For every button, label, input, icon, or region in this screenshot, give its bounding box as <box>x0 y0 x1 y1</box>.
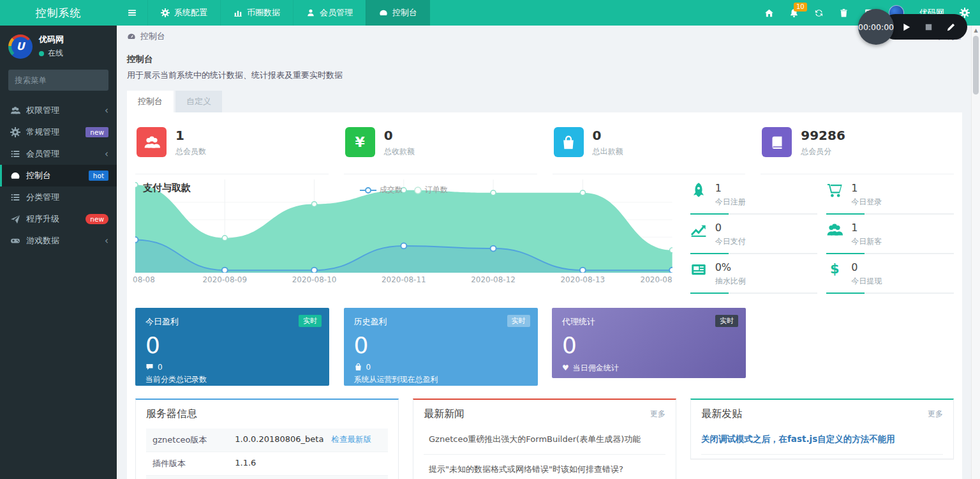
chart-point-area <box>312 202 317 207</box>
dollar-icon: $ <box>826 261 843 277</box>
notifications-button[interactable]: 10 <box>789 8 799 18</box>
page-description: 用于展示当前系统中的统计数据、统计报表及重要实时数据 <box>127 70 962 81</box>
more-link[interactable]: 更多 <box>928 409 943 420</box>
scrollbar-up-arrow[interactable]: ▲ <box>972 26 980 33</box>
sidebar-item-categories[interactable]: 分类管理 <box>0 186 117 208</box>
stat-label: 总出款额 <box>593 146 623 157</box>
scrollbar-thumb[interactable] <box>973 36 979 95</box>
legend-item-deals[interactable]: 成交数 <box>360 185 403 195</box>
sidebar-item-members[interactable]: 会员管理‹ <box>0 143 117 165</box>
x-tick-label: 2020-08-10 <box>292 275 337 284</box>
paper-plane-icon <box>10 214 20 224</box>
clear-cache-button[interactable] <box>839 8 849 18</box>
list-icon <box>10 149 20 159</box>
trash-icon <box>839 8 849 18</box>
topnav-item-coin-data[interactable]: 币圈数据 <box>220 0 293 26</box>
quick-stat-new-customers: 1今日新客 <box>826 222 954 254</box>
more-link[interactable]: 更多 <box>650 409 665 420</box>
quick-stat-value: 0% <box>715 261 746 273</box>
menu-label: 分类管理 <box>26 192 59 203</box>
chart-title: 支付与取款 <box>143 182 191 194</box>
sidebar-toggle-button[interactable] <box>117 0 147 26</box>
chart-point-area <box>135 183 138 188</box>
site-logo[interactable]: U <box>8 34 33 59</box>
quick-stat-label: 今日登录 <box>851 197 882 208</box>
chart-point-area <box>580 190 585 195</box>
recorder-timer: 00:00:00 <box>858 9 894 45</box>
panel-value: 0 <box>145 333 319 358</box>
panel-title: 历史盈利 <box>354 316 528 328</box>
record-play-button[interactable] <box>902 22 911 32</box>
rocket-icon <box>690 182 707 199</box>
x-tick-label: 2020-08 <box>641 275 672 284</box>
users-icon <box>137 127 167 157</box>
page-header: 控制台 用于展示当前系统中的统计数据、统计报表及重要实时数据 <box>127 54 962 81</box>
chevron-left-icon: ‹ <box>105 105 108 116</box>
quick-stat-label: 今日支付 <box>715 236 746 247</box>
post-link[interactable]: 关闭调试模式之后，在fast.js自定义的方法不能用 <box>701 425 943 455</box>
quick-stat-registrations: 1今日注册 <box>690 182 818 215</box>
news-item[interactable]: Gznetceo重磅推出强大的FormBuilder(表单生成器)功能 <box>424 425 665 455</box>
menu-search-input[interactable] <box>15 75 114 85</box>
sidebar-item-upgrade[interactable]: 程序升级new <box>0 208 117 230</box>
quick-stat-value: 1 <box>851 182 882 194</box>
panel-sub: ♥当日佣金统计 <box>562 363 736 374</box>
stat-label: 总收款额 <box>384 146 415 157</box>
dashboard-icon <box>127 32 136 41</box>
chart-section: 支付与取款 成交数 订单数 08-082020-08-092020-08-102… <box>135 179 954 294</box>
legend-item-orders[interactable]: 订单数 <box>414 185 448 195</box>
realtime-badge: 实时 <box>299 315 322 327</box>
sidebar-item-general[interactable]: 常规管理new <box>0 121 117 143</box>
chart-legend: 成交数 订单数 <box>360 185 448 195</box>
progress-line <box>690 253 818 254</box>
page-scrollbar[interactable]: ▲ <box>971 26 980 479</box>
sidebar-item-game-data[interactable]: 游戏数据‹ <box>0 230 117 252</box>
menu-label: 权限管理 <box>26 105 59 116</box>
topnav-item-dashboard[interactable]: 控制台 <box>366 0 430 26</box>
quick-stat-rake-ratio: 0%抽水比例 <box>690 261 818 294</box>
bag-icon <box>354 363 362 371</box>
content-tabs: 控制台 自定义 <box>127 91 962 112</box>
stat-label: 总会员分 <box>801 146 845 157</box>
record-annotate-button[interactable] <box>946 22 956 32</box>
stat-value: 0 <box>593 128 623 142</box>
menu-label: 常规管理 <box>26 126 59 138</box>
chart-point-line <box>669 268 672 273</box>
site-name: 优码网 <box>39 34 64 45</box>
breadcrumb-dashboard-link[interactable]: 控制台 <box>127 31 165 42</box>
home-button[interactable] <box>764 8 774 18</box>
tab-dashboard[interactable]: 控制台 <box>127 91 174 112</box>
sidebar-profile: U 优码网 在线 <box>0 26 117 66</box>
quick-stat-value: 1 <box>851 222 882 234</box>
check-latest-link[interactable]: 检查最新版 <box>331 434 371 446</box>
record-stop-button[interactable] <box>924 22 933 32</box>
quick-stat-logins: 1今日登录 <box>826 182 954 215</box>
chart-point-line <box>222 268 228 273</box>
menu-label: 控制台 <box>26 170 51 181</box>
user-icon <box>306 8 315 17</box>
sidebar-item-dashboard[interactable]: 控制台hot <box>0 165 117 186</box>
topnav-item-member-management[interactable]: 会员管理 <box>293 0 366 26</box>
news-item[interactable]: 提示"未知的数据格式或网络错误"时该如何排查错误? <box>424 455 665 479</box>
recorder-controls <box>882 14 967 40</box>
topnav-label: 币圈数据 <box>247 7 280 19</box>
chart-point-area <box>222 236 227 241</box>
main-content: 控制台 控制台 控制台 用于展示当前系统中的统计数据、统计报表及重要实时数据 控… <box>117 26 971 479</box>
latest-posts-card: 最新发贴更多 关闭调试模式之后，在fast.js自定义的方法不能用 <box>690 399 954 459</box>
realtime-badge: 实时 <box>507 315 530 327</box>
app-title[interactable]: 控制系统 <box>0 0 117 26</box>
sidebar-item-permissions[interactable]: 权限管理‹ <box>0 100 117 121</box>
menu-label: 程序升级 <box>26 213 59 225</box>
online-dot-icon <box>39 51 44 56</box>
refresh-button[interactable] <box>814 8 824 18</box>
quick-stat-label: 今日提现 <box>851 276 882 287</box>
sidebar-menu: 权限管理‹ 常规管理new 会员管理‹ 控制台hot 分类管理 程序升级new … <box>0 100 117 252</box>
dashboard-icon <box>379 8 388 17</box>
tab-custom[interactable]: 自定义 <box>175 91 222 112</box>
area-series-marker-icon <box>414 186 422 194</box>
pencil-icon <box>946 22 956 32</box>
cogs-icon <box>10 127 20 137</box>
panel-sub: 0 <box>145 363 319 372</box>
topnav-item-system-config[interactable]: 系统配置 <box>147 0 220 26</box>
stat-card-total-points: 99286总会员分 <box>761 121 954 174</box>
